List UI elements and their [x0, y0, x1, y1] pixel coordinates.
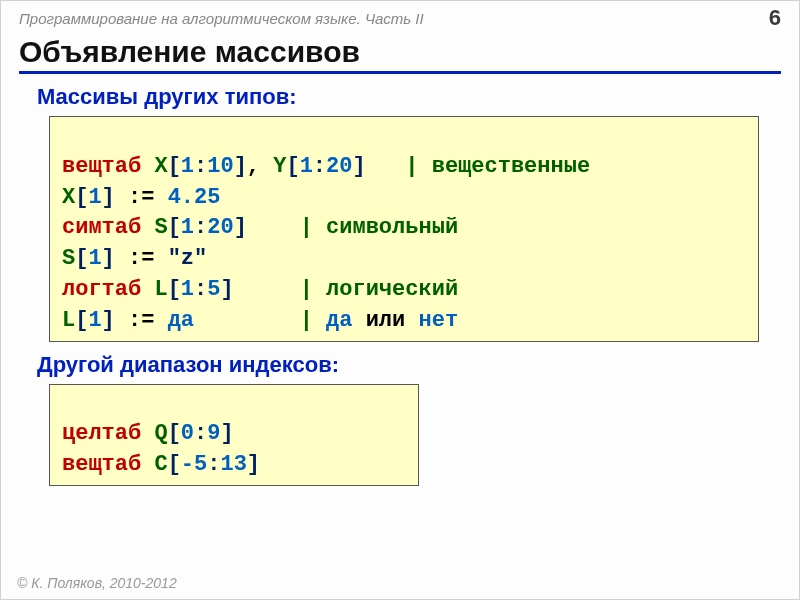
identifier: X [154, 154, 167, 179]
page-title: Объявление массивов [19, 35, 781, 74]
doc-title: Программирование на алгоритмическом язык… [19, 10, 424, 27]
page-number: 6 [769, 5, 781, 31]
top-bar: Программирование на алгоритмическом язык… [1, 1, 799, 33]
section2-title: Другой диапазон индексов: [37, 352, 799, 378]
section1-title: Массивы других типов: [37, 84, 799, 110]
keyword: вещтаб [62, 154, 141, 179]
code-block-1: вещтаб X[1:10], Y[1:20] | вещественные X… [49, 116, 759, 342]
comment: вещественные [432, 154, 590, 179]
code-block-2: целтаб Q[0:9] вещтаб C[-5:13] [49, 384, 419, 486]
footer-copyright: © К. Поляков, 2010-2012 [17, 575, 177, 591]
